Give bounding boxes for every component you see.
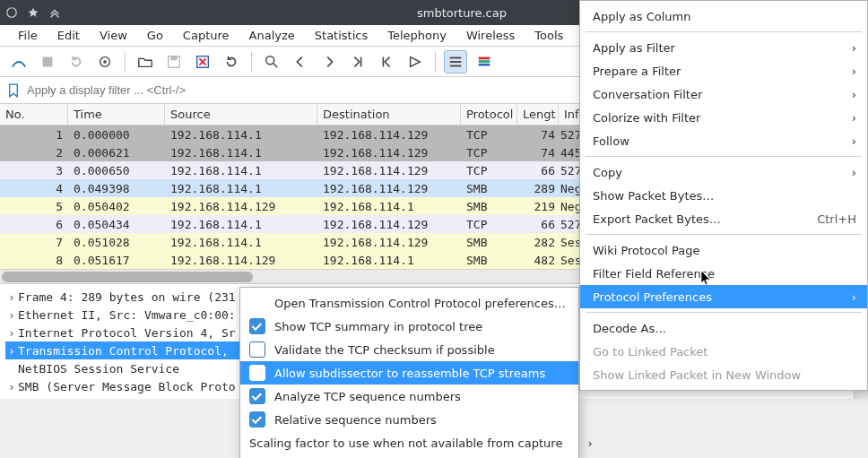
bookmark-icon[interactable]: [5, 81, 22, 100]
svg-point-3: [103, 60, 107, 64]
submenu-show-summary[interactable]: Show TCP summary in protocol tree: [240, 315, 578, 338]
menu-capture[interactable]: Capture: [174, 26, 239, 45]
menu-telephony[interactable]: Telephony: [378, 26, 456, 45]
menu-label: Validate the TCP checksum if possible: [274, 343, 495, 357]
menu-separator: [586, 31, 862, 32]
menu-separator: [586, 156, 862, 157]
cell: TCP: [461, 164, 517, 177]
ctx-export-packet-bytes[interactable]: Export Packet Bytes… Ctrl+H: [580, 207, 867, 230]
pin-icon[interactable]: [27, 6, 39, 19]
cell: 4: [0, 182, 68, 195]
cell: 74: [517, 146, 559, 160]
cell: 192.168.114.1: [165, 236, 317, 249]
submenu-relative-seq[interactable]: Relative sequence numbers: [240, 408, 578, 431]
autoscroll-icon[interactable]: [444, 50, 467, 73]
col-header-destination[interactable]: Destination: [317, 104, 461, 125]
caret-right-icon: ›: [5, 290, 18, 304]
cell: 192.168.114.1: [317, 200, 461, 213]
col-header-length[interactable]: Lengt: [517, 104, 559, 125]
menu-view[interactable]: View: [91, 26, 136, 45]
cell: 192.168.114.1: [317, 254, 461, 267]
menu-label: Show Linked Packet in New Window: [593, 368, 801, 382]
cell: 0.000650: [68, 164, 165, 177]
cell: 2: [0, 146, 68, 160]
cell: 0.051617: [68, 254, 165, 267]
ctx-wiki-protocol-page[interactable]: Wiki Protocol Page: [580, 238, 867, 262]
ctx-apply-as-filter[interactable]: Apply as Filter ›: [580, 36, 867, 59]
cell: 192.168.114.129: [165, 200, 317, 213]
cell: 282: [517, 236, 559, 249]
cell: 1: [0, 128, 68, 142]
checkbox-icon: [249, 318, 265, 334]
ctx-show-packet-bytes[interactable]: Show Packet Bytes…: [580, 184, 867, 207]
menu-wireless[interactable]: Wireless: [457, 26, 524, 45]
cell: 192.168.114.129: [317, 128, 461, 142]
ctx-prepare-filter[interactable]: Prepare a Filter ›: [580, 59, 867, 82]
cell: SMB: [461, 236, 517, 249]
go-first-icon[interactable]: [375, 50, 398, 73]
ctx-colorize-filter[interactable]: Colorize with Filter ›: [580, 106, 867, 129]
checkbox-icon: [249, 341, 265, 358]
ctx-follow[interactable]: Follow ›: [580, 129, 867, 152]
scrollbar-thumb[interactable]: [2, 272, 253, 282]
caret-right-icon: ›: [5, 380, 18, 393]
chevron-right-icon: ›: [827, 41, 856, 55]
col-header-source[interactable]: Source: [165, 104, 317, 125]
submenu-scaling-factor[interactable]: Scaling factor to use when not available…: [240, 431, 578, 454]
menu-label: Decode As…: [593, 322, 666, 335]
go-to-packet-icon[interactable]: [404, 50, 427, 73]
cell: 0.050402: [68, 200, 165, 213]
cell: 66: [517, 218, 559, 231]
start-capture-icon[interactable]: [7, 50, 30, 73]
ctx-filter-field-reference[interactable]: Filter Field Reference: [580, 262, 867, 285]
ctx-conversation-filter[interactable]: Conversation Filter ›: [580, 82, 867, 106]
close-file-icon[interactable]: [191, 50, 214, 73]
menu-file[interactable]: File: [9, 26, 47, 45]
go-next-icon[interactable]: [317, 50, 341, 73]
cell: 192.168.114.1: [165, 146, 317, 160]
col-header-protocol[interactable]: Protocol: [461, 104, 517, 125]
menu-label: Relative sequence numbers: [274, 413, 437, 427]
col-header-time[interactable]: Time: [68, 104, 165, 125]
menu-edit[interactable]: Edit: [48, 26, 89, 45]
go-last-icon[interactable]: [346, 50, 369, 73]
menu-go[interactable]: Go: [138, 26, 172, 45]
menu-separator: [586, 312, 862, 313]
menu-statistics[interactable]: Statistics: [306, 26, 377, 45]
ctx-copy[interactable]: Copy ›: [580, 160, 867, 184]
cell: 192.168.114.129: [317, 236, 461, 249]
menu-label: Open Transmission Control Protocol prefe…: [274, 297, 566, 310]
chevron-right-icon: ›: [827, 65, 856, 78]
open-file-icon[interactable]: [134, 50, 157, 73]
find-packet-icon[interactable]: [260, 50, 283, 73]
ctx-decode-as[interactable]: Decode As…: [580, 316, 867, 340]
ctx-apply-as-column[interactable]: Apply as Column: [580, 4, 867, 28]
menu-analyze[interactable]: Analyze: [240, 26, 304, 45]
submenu-open-prefs[interactable]: Open Transmission Control Protocol prefe…: [240, 291, 578, 315]
toolbar-separator: [125, 52, 126, 72]
window-menu-icon[interactable]: [5, 6, 18, 19]
menu-separator: [586, 234, 862, 235]
caret-right-icon: ›: [5, 326, 18, 340]
restart-capture-icon: [65, 50, 88, 73]
menu-tools[interactable]: Tools: [525, 26, 572, 45]
cell: 192.168.114.129: [317, 182, 461, 195]
reload-file-icon[interactable]: [220, 50, 243, 73]
cell: 3: [0, 164, 68, 177]
cell: 192.168.114.1: [165, 128, 317, 142]
capture-options-icon[interactable]: [93, 50, 117, 73]
save-file-icon: [162, 50, 186, 73]
col-header-no[interactable]: No.: [0, 104, 68, 125]
submenu-allow-reassemble[interactable]: Allow subdissector to reassemble TCP str…: [240, 361, 578, 385]
tree-label: Frame 4: 289 bytes on wire (231: [18, 290, 236, 304]
ctx-protocol-preferences[interactable]: Protocol Preferences ›: [580, 285, 867, 308]
go-previous-icon[interactable]: [289, 50, 312, 73]
menu-label: Conversation Filter: [593, 88, 702, 101]
menu-label: Protocol Preferences: [593, 290, 712, 304]
submenu-validate-checksum[interactable]: Validate the TCP checksum if possible: [240, 338, 578, 361]
chevron-up-icon[interactable]: [48, 6, 61, 19]
cell: 0.000000: [68, 128, 165, 142]
cell: TCP: [461, 218, 517, 231]
colorize-icon[interactable]: [473, 50, 496, 73]
submenu-analyze-seq[interactable]: Analyze TCP sequence numbers: [240, 385, 578, 408]
